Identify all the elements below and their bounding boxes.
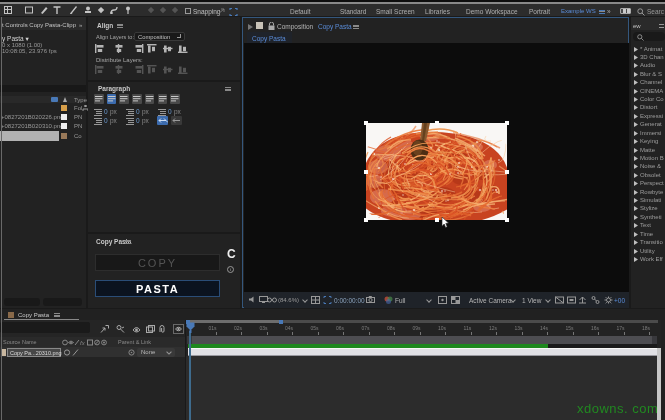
svg-text:fx: fx <box>80 340 86 346</box>
